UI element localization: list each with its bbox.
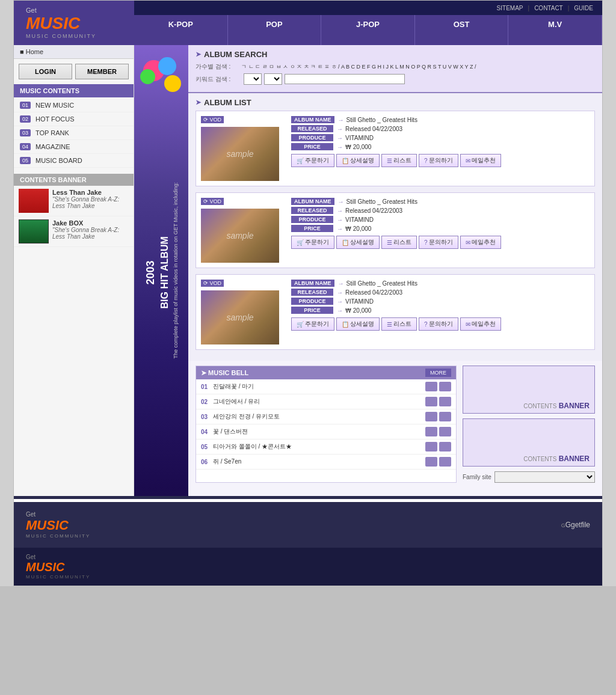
sidebar-item-hot-focus[interactable]: 02 HOT FOCUS [14, 112, 134, 126]
tab-pop[interactable]: POP [228, 15, 322, 45]
track-add-4[interactable] [439, 427, 451, 436]
tab-ost[interactable]: OST [415, 15, 509, 45]
footer-logo-music: MUSIC [26, 518, 90, 533]
track-3: 03 세안강의 전경 / 유키모토 [196, 409, 456, 424]
balloon [137, 57, 185, 117]
inquiry-btn-3[interactable]: ?문의하기 [419, 317, 458, 331]
banner-label-1: BANNER [559, 402, 590, 410]
music-bell-more-button[interactable]: MORE [425, 369, 451, 377]
released-label-1: RELEASED [291, 125, 333, 132]
list-btn-1[interactable]: ☰리스트 [381, 154, 417, 167]
price-label-3: PRICE [291, 307, 333, 314]
album-thumb-3: sample [201, 290, 279, 344]
detail-btn-1[interactable]: 📋상세설명 [336, 154, 380, 167]
inquiry-btn-1[interactable]: ?문의하기 [419, 154, 458, 167]
sitemap-link[interactable]: SITEMAP [497, 5, 523, 11]
family-site-label: Family site [463, 474, 491, 480]
order-btn-2[interactable]: 🛒주문하기 [291, 236, 334, 249]
tab-kpop[interactable]: K-POP [134, 15, 228, 45]
track-play-6[interactable] [425, 457, 437, 467]
search-keyword-input[interactable] [285, 74, 405, 84]
content-banner-text-2: CONTENTS BANNER [523, 455, 590, 463]
login-button[interactable]: LOGIN [19, 64, 72, 79]
produce-value-3: VITAMIND [345, 298, 374, 305]
released-label-3: RELEASED [291, 289, 333, 296]
search-label-2: 키워드 검색 : [196, 75, 238, 84]
price-value-1: ₩ 20,000 [345, 144, 371, 150]
album-name-value-3: Still Ghetto _ Greatest Hits [346, 280, 417, 287]
track-num-5: 05 [201, 444, 213, 450]
sidebar-item-music-board[interactable]: 05 MUSIC BOARD [14, 154, 134, 168]
sidebar-item-new-music[interactable]: 01 NEW MUSIC [14, 99, 134, 112]
inner-page: Get MUSIC MUSIC COMMUNITY SITEMAP | CONT… [13, 0, 603, 586]
tab-jpop[interactable]: J-POP [321, 15, 415, 45]
detail-btn-3[interactable]: 📋상세설명 [336, 317, 380, 331]
search-select-2[interactable] [264, 73, 282, 85]
logo-area: Get MUSIC MUSIC COMMUNITY [14, 1, 134, 45]
sidebar-item-label: MAGAZINE [35, 143, 70, 150]
track-2: 02 그네안에서 / 유리 [196, 394, 456, 409]
list-btn-3[interactable]: ☰리스트 [381, 317, 417, 331]
mail-btn-2[interactable]: ✉메일추천 [460, 236, 501, 249]
content-banner-1[interactable]: CONTENTS BANNER [463, 366, 595, 414]
inquiry-btn-2[interactable]: ?문의하기 [419, 236, 458, 249]
track-add-2[interactable] [439, 397, 451, 406]
track-num-4: 04 [201, 429, 213, 435]
member-button[interactable]: MEMBER [75, 64, 129, 79]
track-add-3[interactable] [439, 412, 451, 421]
track-play-5[interactable] [425, 442, 437, 452]
track-5: 05 티아거와 쫄쫄이 / ★콘서트★ [196, 439, 456, 455]
detail-btn-2[interactable]: 📋상세설명 [336, 236, 380, 249]
album-item-1: ⟳ VOD sample ALBUM NAME → Still Ghetto _… [196, 111, 595, 186]
track-play-3[interactable] [425, 412, 437, 421]
track-add-5[interactable] [439, 442, 451, 452]
family-site-select[interactable] [494, 471, 595, 483]
sidebar-banner-title: CONTENTS BANNER [14, 174, 134, 186]
info-arrow-1a: → [338, 117, 344, 123]
list-btn-2[interactable]: ☰리스트 [381, 236, 417, 249]
sidebar-item-top-rank[interactable]: 03 TOP RANK [14, 126, 134, 140]
sidebar: ■ Home LOGIN MEMBER MUSIC CONTENTS 01 NE… [14, 45, 134, 496]
sidebar-item-label: HOT FOCUS [35, 115, 75, 123]
album-name-row-1: ALBUM NAME → Still Ghetto _ Greatest Hit… [291, 116, 590, 123]
content-wrapper: ■ Home LOGIN MEMBER MUSIC CONTENTS 01 NE… [14, 45, 602, 496]
order-btn-1[interactable]: 🛒주문하기 [291, 154, 334, 167]
content-banner-2[interactable]: CONTENTS BANNER [463, 418, 595, 467]
contact-link[interactable]: CONTACT [534, 5, 563, 11]
banner-item-2[interactable]: Jake BOX "She's Gonna Break A-Z: Less Th… [14, 216, 134, 247]
track-play-2[interactable] [425, 397, 437, 406]
album-search-section: ➤ ALBUM SEARCH 가수별 검색 : ㄱ ㄴ ㄷ ㄹ ㅁ ㅂ ㅅ ㅇ … [188, 45, 602, 93]
menu-num-4: 04 [20, 143, 31, 150]
track-add-1[interactable] [439, 382, 451, 391]
search-row-chars: 가수별 검색 : ㄱ ㄴ ㄷ ㄹ ㅁ ㅂ ㅅ ㅇ ㅈ ㅊ ㅋ ㅌ ㅍ ㅎ / A… [196, 63, 595, 71]
banner-text-2: Jake BOX "She's Gonna Break A-Z: Less Th… [52, 219, 129, 240]
search-label-1: 가수별 검색 : [196, 63, 238, 71]
header-right: SITEMAP | CONTACT | GUIDE K-POP POP J-PO… [134, 1, 602, 45]
track-play-1[interactable] [425, 382, 437, 391]
produce-label-2: PRODUCE [291, 216, 333, 223]
tab-mv[interactable]: M.V [508, 15, 602, 45]
banner-item-1[interactable]: Less Than Jake "She's Gonna Break A-Z: L… [14, 186, 134, 216]
contents-section-title: MUSIC CONTENTS [14, 84, 134, 97]
mail-btn-1[interactable]: ✉메일추천 [460, 154, 501, 167]
track-title-6: 쥐 / Se7en [213, 458, 425, 466]
album-name-label-3: ALBUM NAME [291, 280, 334, 287]
search-select-1[interactable] [244, 73, 262, 85]
guide-link[interactable]: GUIDE [574, 5, 593, 11]
produce-value-2: VITAMIND [345, 216, 374, 223]
sidebar-item-label: MUSIC BOARD [35, 157, 82, 164]
menu-num-2: 02 [20, 115, 31, 123]
mail-btn-3[interactable]: ✉메일추천 [460, 317, 501, 331]
track-add-6[interactable] [439, 457, 451, 467]
track-play-4[interactable] [425, 427, 437, 436]
sidebar-item-magazine[interactable]: 04 MAGAZINE [14, 140, 134, 154]
right-banners: CONTENTS BANNER CONTENTS BANNER Family s… [463, 366, 595, 483]
info-arrow-1b: → [337, 126, 343, 132]
info-arrow-2b: → [337, 207, 343, 214]
album-thumb-container-2: ⟳ VOD sample [201, 198, 285, 263]
order-btn-3[interactable]: 🛒주문하기 [291, 317, 334, 331]
site-footer: Get MUSIC MUSIC COMMUNITY GGgetfile [14, 502, 602, 548]
track-1: 01 진달래꽃 / 마기 [196, 379, 456, 394]
album-thumb-1: sample [201, 127, 279, 181]
released-value-2: Released 04/22/2003 [345, 207, 402, 214]
